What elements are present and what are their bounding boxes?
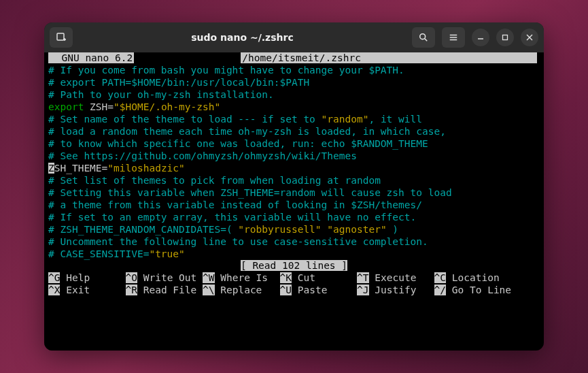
editor-content: GNU nano 6.2 /home/itsmeit/.zshrc # If y… xyxy=(44,52,544,297)
terminal-window: sudo nano ~/.zshrc xyxy=(44,22,544,351)
maximize-button[interactable] xyxy=(496,29,514,46)
code-line: # load a random theme each time oh-my-zs… xyxy=(48,126,446,137)
svg-line-4 xyxy=(425,39,428,42)
titlebar: sudo nano ~/.zshrc xyxy=(44,22,544,52)
code-line: # See https://github.com/ohmyzsh/ohmyzsh… xyxy=(48,150,357,161)
code-line: # a theme from this variable instead of … xyxy=(48,199,422,210)
new-tab-icon xyxy=(56,32,67,43)
cursor: Z xyxy=(48,163,54,174)
new-tab-button[interactable] xyxy=(50,27,73,48)
menu-button[interactable] xyxy=(442,27,465,48)
shortcut-replace: ^\ xyxy=(203,285,214,295)
code-line: # Setting this variable when ZSH_THEME=r… xyxy=(48,187,452,198)
shortcut-location: ^C xyxy=(434,272,446,283)
shortcut-justify: ^J xyxy=(357,285,368,295)
maximize-icon xyxy=(502,34,508,41)
nano-header: GNU nano 6.2 /home/itsmeit/.zshrc xyxy=(48,52,540,65)
code-line: # CASE_SENSITIVE="true" xyxy=(48,248,540,261)
code-line: # Path to your oh-my-zsh installation. xyxy=(48,89,274,100)
code-line: # If you come from bash you might have t… xyxy=(48,65,404,76)
close-icon xyxy=(526,34,533,41)
shortcut-paste: ^U xyxy=(280,285,292,295)
search-button[interactable] xyxy=(412,27,435,48)
code-line: ZSH_THEME="miloshadzic" xyxy=(48,163,540,175)
shortcut-row: ^G Help ^O Write Out ^W Where Is ^K Cut … xyxy=(48,272,540,285)
shortcut-exit: ^X xyxy=(48,285,60,295)
svg-rect-0 xyxy=(57,33,64,40)
shortcut-whereis: ^W xyxy=(203,272,214,283)
shortcut-gotoline: ^/ xyxy=(434,285,446,295)
code-line: # If set to an empty array, this variabl… xyxy=(48,212,416,223)
minimize-icon xyxy=(477,34,484,41)
svg-rect-9 xyxy=(503,35,508,40)
shortcut-cut: ^K xyxy=(280,272,292,283)
search-icon xyxy=(419,33,428,42)
shortcut-execute: ^T xyxy=(357,272,368,283)
shortcut-writeout: ^O xyxy=(126,272,137,283)
code-line: # Set list of themes to pick from when l… xyxy=(48,175,381,186)
code-line: export ZSH="$HOME/.oh-my-zsh" xyxy=(48,101,540,114)
shortcut-readfile: ^R xyxy=(126,285,137,295)
close-button[interactable] xyxy=(521,29,538,46)
svg-point-3 xyxy=(420,34,426,39)
shortcut-help: ^G xyxy=(48,272,60,283)
hamburger-icon xyxy=(449,33,458,42)
code-line: # ZSH_THEME_RANDOM_CANDIDATES=( "robbyru… xyxy=(48,224,540,236)
nano-filepath: /home/itsmeit/.zshrc xyxy=(241,52,362,63)
window-title: sudo nano ~/.zshrc xyxy=(77,32,408,43)
code-line: # to know which specific one was loaded,… xyxy=(48,138,428,149)
terminal-body[interactable]: GNU nano 6.2 /home/itsmeit/.zshrc # If y… xyxy=(44,52,544,351)
status-line: [ Read 102 lines ] xyxy=(48,260,540,272)
minimize-button[interactable] xyxy=(472,29,489,46)
code-line: # export PATH=$HOME/bin:/usr/local/bin:$… xyxy=(48,77,309,88)
code-line: # Uncomment the following line to use ca… xyxy=(48,236,428,247)
shortcut-row: ^X Exit ^R Read File ^\ Replace ^U Paste… xyxy=(48,285,540,297)
nano-app-name: GNU nano 6.2 xyxy=(48,52,134,63)
code-line: # Set name of the theme to load --- if s… xyxy=(48,114,540,126)
